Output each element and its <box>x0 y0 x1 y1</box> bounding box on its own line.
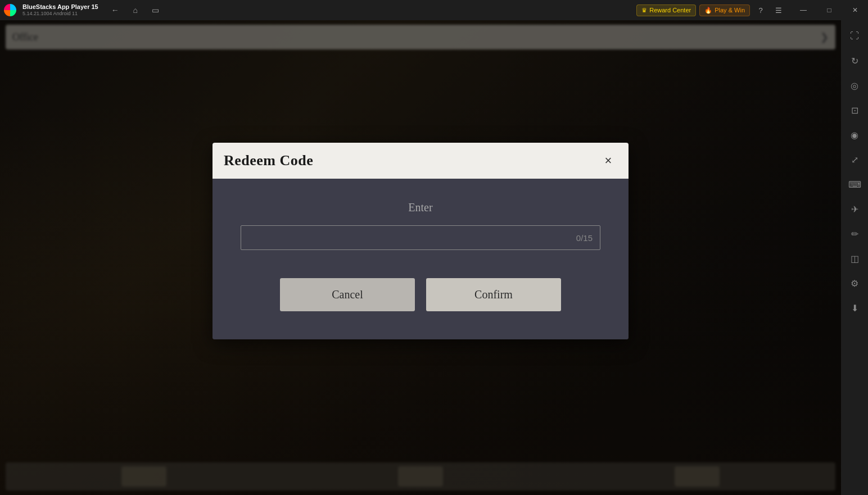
sidebar-download-icon[interactable]: ⬇ <box>843 297 866 319</box>
help-button[interactable]: ? <box>753 3 768 17</box>
fire-icon: 🔥 <box>704 7 712 14</box>
logo-circle <box>4 4 16 16</box>
dialog-header: Redeem Code × <box>213 143 629 179</box>
sidebar-gamepad-icon[interactable]: ✈ <box>843 198 866 220</box>
dialog-body: Enter 0/15 Cancel Confirm <box>213 179 629 339</box>
back-button[interactable]: ← <box>107 2 123 18</box>
dialog-overlay: Redeem Code × Enter 0/15 Cancel Confirm <box>0 20 841 495</box>
reward-center-button[interactable]: ♛ Reward Center <box>636 4 696 16</box>
multi-instance-button[interactable]: ▭ <box>148 2 164 18</box>
sidebar-volume-icon[interactable]: ◎ <box>843 74 866 97</box>
titlebar: BlueStacks App Player 15 5.14.21.1004 An… <box>0 0 868 20</box>
play-win-button[interactable]: 🔥 Play & Win <box>699 4 750 16</box>
home-button[interactable]: ⌂ <box>128 2 143 18</box>
close-button[interactable]: ✕ <box>842 0 868 20</box>
code-input[interactable] <box>241 225 600 250</box>
sidebar-pen-icon[interactable]: ✏ <box>843 222 866 245</box>
dialog-buttons: Cancel Confirm <box>241 278 600 317</box>
redeem-code-dialog: Redeem Code × Enter 0/15 Cancel Confirm <box>213 143 629 339</box>
titlebar-nav: ← ⌂ ▭ <box>107 2 164 18</box>
code-input-wrap: 0/15 <box>241 225 600 250</box>
confirm-button[interactable]: Confirm <box>426 278 561 311</box>
dialog-close-button[interactable]: × <box>599 152 617 170</box>
window-controls: — □ ✕ <box>790 0 868 20</box>
sidebar-rotate-icon[interactable]: ↻ <box>843 49 866 72</box>
play-win-label: Play & Win <box>715 7 745 13</box>
sidebar-resize-icon[interactable]: ⤢ <box>843 148 866 171</box>
app-version: 5.14.21.1004 Android 11 <box>22 11 98 17</box>
crown-icon: ♛ <box>641 7 647 14</box>
main-content: Office ❯ Redeem Code × Enter 0/15 <box>0 20 841 495</box>
sidebar-settings-icon[interactable]: ⚙ <box>843 272 866 294</box>
maximize-button[interactable]: □ <box>816 0 842 20</box>
enter-label: Enter <box>241 201 600 214</box>
app-name: BlueStacks App Player 15 <box>22 3 98 11</box>
sidebar-eraser-icon[interactable]: ◫ <box>843 247 866 270</box>
sidebar-screenshot-icon[interactable]: ⊡ <box>843 99 866 121</box>
minimize-button[interactable]: — <box>790 0 816 20</box>
sidebar-keyboard-icon[interactable]: ⌨ <box>843 173 866 196</box>
app-info: BlueStacks App Player 15 5.14.21.1004 An… <box>22 3 98 17</box>
menu-button[interactable]: ☰ <box>771 3 786 17</box>
dialog-title: Redeem Code <box>224 152 313 169</box>
right-sidebar: ⛶ ↻ ◎ ⊡ ◉ ⤢ ⌨ ✈ ✏ ◫ ⚙ ⬇ <box>841 20 868 495</box>
sidebar-expand-icon[interactable]: ⛶ <box>843 25 866 47</box>
reward-center-label: Reward Center <box>649 7 691 13</box>
titlebar-right: ♛ Reward Center 🔥 Play & Win ? ☰ <box>636 3 786 17</box>
cancel-button[interactable]: Cancel <box>280 278 415 311</box>
bluestacks-logo <box>0 0 20 20</box>
sidebar-camera-icon[interactable]: ◉ <box>843 124 866 146</box>
